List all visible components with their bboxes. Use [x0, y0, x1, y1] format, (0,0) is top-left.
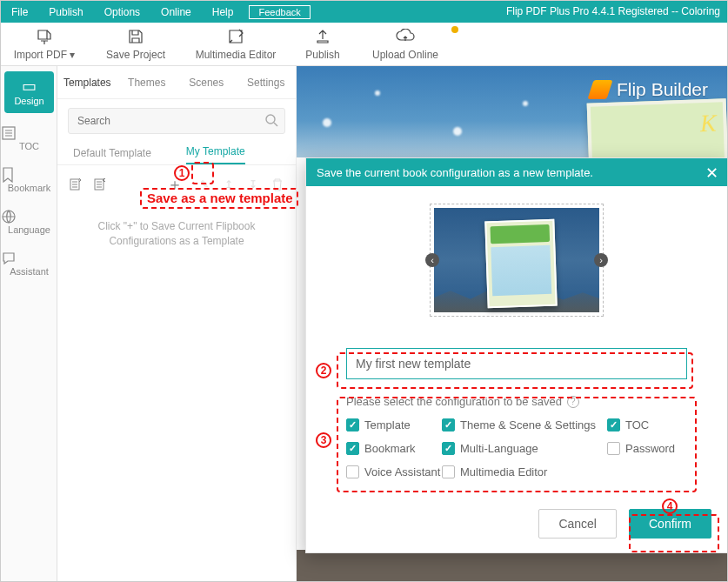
help-icon[interactable]: ?	[567, 396, 579, 408]
modal-title: Save the current book configuration as a…	[317, 166, 593, 179]
menu-online[interactable]: Online	[150, 6, 202, 18]
menu-feedback[interactable]: Feedback	[249, 5, 310, 19]
template-thumbnail: ‹ ›	[430, 204, 604, 317]
export-list-icon[interactable]	[68, 177, 83, 192]
bookmark-icon	[1, 167, 57, 183]
template-subtabs: Default Template My Template	[57, 139, 296, 165]
panel-tabs: Templates Themes Scenes Settings	[57, 66, 296, 99]
menu-help[interactable]: Help	[202, 6, 244, 18]
flip-builder-icon	[587, 80, 612, 99]
checkbox-multimedia-editor[interactable]: Multimedia Editor	[442, 465, 607, 478]
add-template-button[interactable]: ＋	[167, 174, 188, 195]
upload-online-button[interactable]: Upload Online	[357, 28, 453, 61]
subtab-my-template[interactable]: My Template	[186, 145, 245, 164]
rail-design[interactable]: ▭ Design	[4, 71, 54, 113]
template-actions: ＋ ✎ ↥ ↧	[57, 165, 296, 198]
menu-options[interactable]: Options	[94, 6, 150, 18]
import-list-icon[interactable]	[92, 177, 108, 192]
left-rail: ▭ Design TOC Bookmark Language Assistant	[1, 66, 57, 581]
flipbook-preview: Flip Builder K	[297, 66, 727, 157]
chat-icon	[1, 251, 57, 266]
checkbox-voice-assistant[interactable]: Voice Assistant	[346, 465, 442, 478]
rail-language[interactable]: Language	[1, 204, 57, 245]
checkbox-bookmark[interactable]: ✓Bookmark	[346, 442, 442, 455]
save-project-button[interactable]: Save Project	[88, 28, 184, 61]
template-name-input[interactable]	[346, 348, 687, 379]
search-input[interactable]	[68, 108, 285, 134]
confirm-button[interactable]: Confirm	[629, 509, 711, 539]
config-select-label: Please select the configuration to be sa…	[346, 395, 562, 408]
cancel-button[interactable]: Cancel	[538, 509, 617, 539]
toc-icon	[1, 125, 57, 141]
multimedia-editor-button[interactable]: Multimedia Editor	[184, 28, 288, 61]
preview-footer-bg	[297, 550, 727, 581]
rail-bookmark[interactable]: Bookmark	[1, 162, 57, 204]
menu-file[interactable]: File	[1, 6, 38, 18]
tab-scenes[interactable]: Scenes	[177, 77, 237, 89]
save-template-modal: Save the current book configuration as a…	[305, 157, 728, 553]
flip-builder-logo: Flip Builder	[591, 79, 708, 100]
monitor-icon: ▭	[4, 77, 54, 96]
import-icon	[1, 28, 88, 45]
thumb-prev[interactable]: ‹	[425, 253, 439, 267]
rail-toc[interactable]: TOC	[1, 120, 57, 162]
save-icon	[88, 28, 184, 45]
delete-icon	[270, 177, 285, 192]
templates-panel: Templates Themes Scenes Settings Default…	[57, 66, 297, 581]
multimedia-icon	[184, 28, 288, 45]
tab-settings[interactable]: Settings	[237, 77, 297, 89]
main-toolbar: Import PDF ▾ Save Project Multimedia Edi…	[1, 23, 727, 66]
publish-icon	[288, 28, 357, 45]
checkbox-template[interactable]: ✓Template	[346, 418, 442, 431]
tab-templates[interactable]: Templates	[57, 77, 117, 89]
checkbox-multi-language[interactable]: ✓Multi-Language	[442, 442, 607, 455]
preview-book: K	[587, 98, 727, 157]
subtab-default-template[interactable]: Default Template	[73, 147, 151, 164]
svg-point-2	[266, 115, 275, 124]
window-title: Flip PDF Plus Pro 4.4.1 Registered -- Co…	[506, 1, 720, 23]
thumb-next[interactable]: ›	[594, 253, 608, 267]
checkbox-theme-scene-settings[interactable]: ✓Theme & Scene & Settings	[442, 418, 607, 431]
config-options: Please select the configuration to be sa…	[346, 395, 687, 478]
menu-bar: File Publish Options Online Help Feedbac…	[1, 1, 727, 23]
edit-icon: ✎	[197, 177, 212, 192]
download-template-icon: ↧	[245, 177, 261, 192]
template-search	[68, 108, 285, 134]
menu-publish[interactable]: Publish	[38, 6, 93, 18]
upload-icon	[357, 28, 453, 45]
checkbox-toc[interactable]: ✓TOC	[607, 418, 685, 431]
rail-assistant[interactable]: Assistant	[1, 245, 57, 287]
import-pdf-button[interactable]: Import PDF ▾	[1, 28, 88, 61]
globe-icon	[1, 209, 57, 224]
tab-themes[interactable]: Themes	[117, 77, 177, 89]
publish-button[interactable]: Publish	[288, 28, 357, 61]
checkbox-password[interactable]: Password	[607, 442, 685, 455]
close-icon[interactable]: ✕	[705, 164, 718, 183]
search-icon[interactable]	[264, 113, 278, 127]
upload-template-icon: ↥	[221, 177, 237, 192]
modal-header: Save the current book configuration as a…	[306, 158, 727, 186]
empty-hint: Click "+" to Save Current Flipbook Confi…	[57, 198, 296, 249]
